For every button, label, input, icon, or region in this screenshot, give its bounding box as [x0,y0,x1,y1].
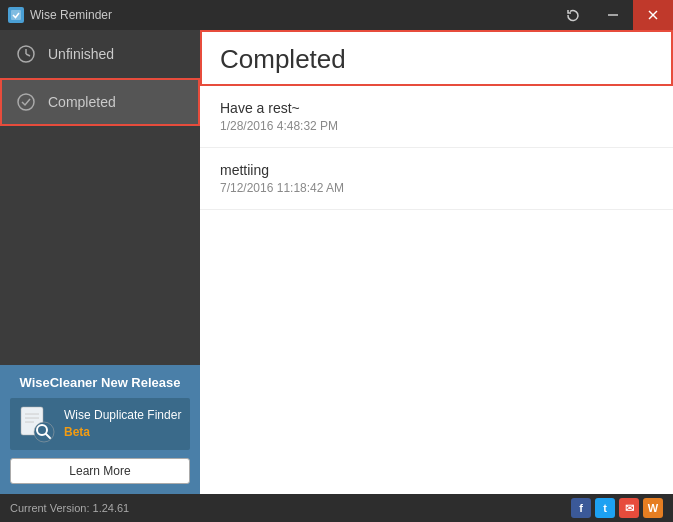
close-button[interactable] [633,0,673,30]
statusbar: Current Version: 1.24.61 f t ✉ W [0,494,673,522]
twitter-icon[interactable]: t [595,498,615,518]
sidebar: Unfinished Completed WiseCleaner New Rel… [0,30,200,494]
wise-icon[interactable]: W [643,498,663,518]
promo-content: Wise Duplicate Finder Beta [10,398,190,450]
learn-more-button[interactable]: Learn More [10,458,190,484]
promo-title: WiseCleaner New Release [10,375,190,390]
titlebar: Wise Reminder [0,0,673,30]
main-layout: Unfinished Completed WiseCleaner New Rel… [0,30,673,494]
svg-line-6 [26,54,30,56]
titlebar-controls [553,0,673,30]
reminder-name: mettiing [220,162,653,178]
check-circle-icon [16,92,36,112]
facebook-icon[interactable]: f [571,498,591,518]
svg-point-7 [18,94,34,110]
sidebar-item-completed-label: Completed [48,94,116,110]
refresh-button[interactable] [553,0,593,30]
clock-icon [16,44,36,64]
reminder-time: 7/12/2016 11:18:42 AM [220,181,653,195]
svg-rect-0 [11,10,21,20]
reminder-time: 1/28/2016 4:48:32 PM [220,119,653,133]
content-list: Have a rest~ 1/28/2016 4:48:32 PM mettii… [200,86,673,494]
social-icons: f t ✉ W [571,498,663,518]
reminder-name: Have a rest~ [220,100,653,116]
titlebar-left: Wise Reminder [8,7,112,23]
sidebar-item-unfinished-label: Unfinished [48,46,114,62]
app-title: Wise Reminder [30,8,112,22]
reminder-item[interactable]: mettiing 7/12/2016 11:18:42 AM [200,148,673,210]
content-area: Completed Have a rest~ 1/28/2016 4:48:32… [200,30,673,494]
sidebar-item-completed[interactable]: Completed [0,78,200,126]
version-label: Current Version: 1.24.61 [10,502,129,514]
promo-product-text: Wise Duplicate Finder Beta [64,407,184,441]
promo-doc-icon [16,404,56,444]
content-title: Completed [220,44,653,75]
email-icon[interactable]: ✉ [619,498,639,518]
reminder-item[interactable]: Have a rest~ 1/28/2016 4:48:32 PM [200,86,673,148]
content-header: Completed [200,30,673,86]
minimize-button[interactable] [593,0,633,30]
sidebar-item-unfinished[interactable]: Unfinished [0,30,200,78]
app-icon [8,7,24,23]
sidebar-promo: WiseCleaner New Release Wise D [0,365,200,494]
